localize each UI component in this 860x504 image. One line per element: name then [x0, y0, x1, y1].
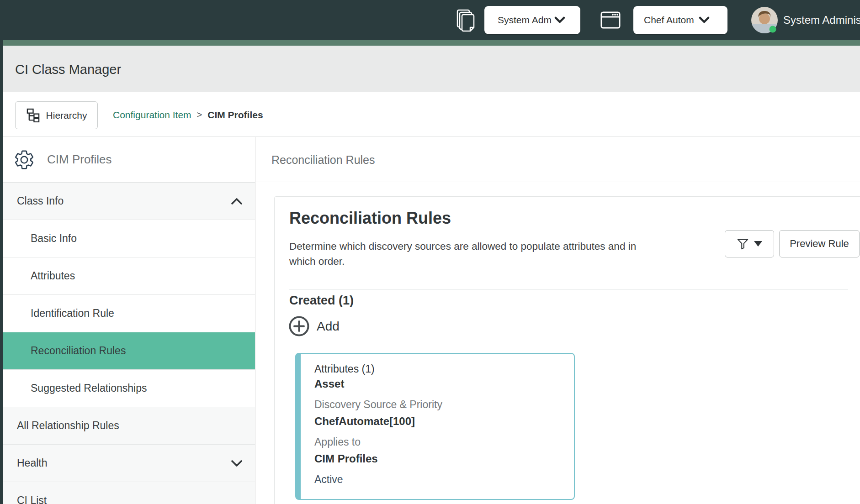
sidebar-item-suggested-relationships[interactable]: Suggested Relationships [3, 370, 255, 407]
chevron-down-icon [554, 16, 565, 24]
hierarchy-button[interactable]: Hierarchy [15, 101, 98, 129]
sidebar-item-reconciliation-rules[interactable]: Reconciliation Rules [3, 332, 255, 370]
sidebar-item-basic-info[interactable]: Basic Info [3, 220, 255, 257]
chevron-down-icon [230, 459, 243, 467]
rule-source-label: Discovery Source & Priority [314, 399, 442, 411]
sidebar-item-identification-rule[interactable]: Identification Rule [3, 295, 255, 332]
sidebar-item-class-info[interactable]: Class Info [3, 183, 255, 220]
created-heading: Created (1) [289, 294, 354, 308]
sidebar-item-label: Health [17, 457, 47, 469]
hierarchy-icon [26, 108, 40, 122]
sidebar-item-label: All Relationship Rules [17, 420, 119, 432]
card-description: Determine which discovery sources are al… [289, 239, 641, 269]
reconciliation-rule-item[interactable]: Attributes (1) Asset Discovery Source & … [295, 353, 575, 500]
ci-class-manager-app: System Adm Chef Autom [0, 0, 860, 504]
page-title: CI Class Manager [15, 46, 121, 92]
preview-rule-label: Preview Rule [790, 238, 849, 250]
rule-applies-label: Applies to [314, 436, 361, 448]
page-header: CI Class Manager [3, 46, 860, 92]
sidebar-item-label: Identification Rule [31, 307, 114, 320]
sidebar-item-label: Suggested Relationships [31, 382, 147, 394]
sidebar-item-attributes[interactable]: Attributes [3, 257, 255, 295]
add-rule-button[interactable]: Add [288, 315, 340, 337]
funnel-icon [737, 238, 749, 250]
sidebar-item-ci-list[interactable]: CI List [3, 482, 255, 504]
role-dropdown-value: System Adm [498, 15, 552, 26]
breadcrumb-separator: > [197, 110, 202, 120]
chevron-up-icon [230, 197, 243, 205]
sidebar-nav: Class InfoBasic InfoAttributesIdentifica… [3, 183, 255, 504]
app-scope-dropdown[interactable]: Chef Autom [633, 6, 727, 34]
left-edge-strip [0, 40, 3, 504]
online-status-dot [770, 26, 776, 33]
add-button-label: Add [317, 319, 340, 334]
user-name: System Adminis [783, 14, 860, 26]
window-icon[interactable] [600, 10, 621, 30]
rule-accent-stripe [296, 353, 301, 499]
role-dropdown[interactable]: System Adm [484, 6, 580, 34]
plus-circle-icon [288, 315, 310, 337]
accent-strip [3, 40, 860, 46]
main-panel-header: Reconciliation Rules [256, 137, 860, 182]
sidebar-header-label: CIM Profiles [47, 152, 112, 167]
sidebar-item-label: CI List [17, 494, 47, 504]
app-scope-dropdown-value: Chef Autom [644, 15, 695, 26]
sidebar: CIM Profiles Class InfoBasic InfoAttribu… [3, 137, 255, 504]
sidebar-item-label: Reconciliation Rules [31, 345, 126, 357]
rule-status-badge: Active [314, 473, 343, 486]
sidebar-item-health[interactable]: Health [3, 445, 255, 482]
preview-rule-button[interactable]: Preview Rule [779, 230, 860, 257]
breadcrumb-current: CIM Profiles [207, 110, 263, 121]
sidebar-item-label: Class Info [17, 195, 64, 207]
hierarchy-button-label: Hierarchy [46, 110, 87, 121]
gear-icon [13, 149, 35, 171]
rule-attributes-value: Asset [314, 378, 344, 390]
avatar [751, 7, 778, 33]
reconciliation-rules-card: Reconciliation Rules Determine which dis… [274, 196, 860, 504]
caret-down-icon [754, 241, 762, 247]
card-title: Reconciliation Rules [289, 209, 451, 228]
filter-button[interactable] [725, 230, 774, 257]
breadcrumb: Configuration Item > CIM Profiles [113, 93, 263, 137]
section-divider [289, 289, 848, 290]
pages-icon[interactable] [456, 9, 477, 32]
breadcrumb-row: Hierarchy Configuration Item > CIM Profi… [3, 93, 860, 137]
sidebar-header: CIM Profiles [3, 137, 255, 183]
topbar: System Adm Chef Autom [0, 0, 860, 40]
sidebar-item-all-relationship-rules[interactable]: All Relationship Rules [3, 407, 255, 445]
rule-applies-value: CIM Profiles [314, 452, 378, 465]
rule-attributes-label: Attributes (1) [314, 363, 375, 375]
user-menu[interactable]: System Adminis [751, 0, 860, 40]
chevron-down-icon [699, 16, 710, 24]
sidebar-item-label: Basic Info [31, 232, 77, 245]
sidebar-item-label: Attributes [31, 270, 75, 282]
breadcrumb-link-configuration-item[interactable]: Configuration Item [113, 110, 191, 121]
main-panel-title: Reconciliation Rules [271, 137, 375, 182]
rule-source-value: ChefAutomate[100] [314, 415, 415, 428]
